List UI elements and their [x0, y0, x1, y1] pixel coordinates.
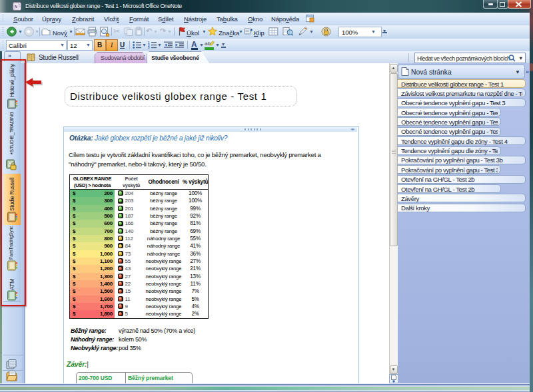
svg-text:3: 3 [148, 46, 150, 49]
svg-text:ab: ab [205, 41, 211, 47]
